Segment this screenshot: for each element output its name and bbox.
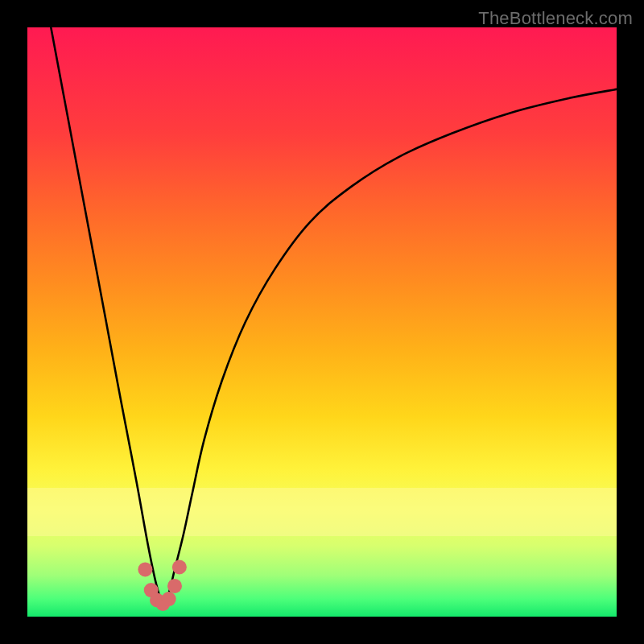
highlight-dot (162, 592, 176, 606)
bottleneck-curve (51, 27, 617, 602)
outer-frame: TheBottleneck.com (0, 0, 644, 644)
highlight-dots-group (138, 560, 186, 611)
highlight-dot (138, 562, 152, 576)
plot-area (27, 27, 617, 617)
highlight-dot (172, 560, 187, 575)
chart-svg (27, 27, 617, 617)
highlight-dot (167, 579, 182, 593)
watermark-text: TheBottleneck.com (478, 8, 633, 29)
